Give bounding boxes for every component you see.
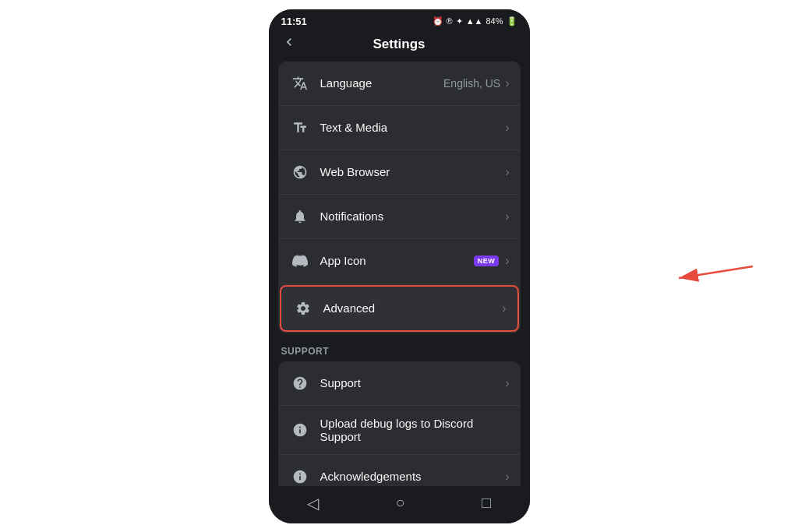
arrow-annotation: [667, 251, 761, 301]
support-section: Support Support › Upload debug logs to D…: [278, 336, 521, 486]
advanced-icon: [292, 298, 314, 319]
web-browser-label: Web Browser: [320, 165, 506, 178]
app-icon-chevron: ›: [505, 254, 509, 268]
web-browser-icon: [289, 161, 311, 183]
acknowledgements-chevron: ›: [505, 470, 509, 484]
menu-item-language[interactable]: Language English, US ›: [278, 62, 521, 106]
text-media-label: Text & Media: [320, 121, 506, 134]
support-label: Support: [320, 376, 506, 389]
language-chevron: ›: [505, 76, 509, 90]
arrow-svg: [667, 251, 761, 298]
main-settings-card: Language English, US › Text & Media ›: [278, 62, 521, 333]
support-section-label: Support: [278, 336, 521, 361]
menu-item-upload-debug[interactable]: Upload debug logs to Discord Support: [278, 406, 521, 455]
phone-screen: 11:51 ⏰ ® ✦ ▲▲ 84% 🔋 Settings: [269, 9, 530, 523]
app-icon-icon: [289, 250, 311, 272]
menu-item-advanced[interactable]: Advanced ›: [280, 285, 519, 332]
menu-item-app-icon[interactable]: App Icon NEW ›: [278, 239, 521, 284]
new-badge: NEW: [474, 255, 500, 266]
language-icon: [289, 72, 311, 94]
web-browser-chevron: ›: [505, 165, 509, 179]
text-media-icon: [289, 117, 311, 139]
language-label: Language: [320, 76, 444, 90]
acknowledgements-label: Acknowledgements: [320, 470, 506, 483]
menu-item-support[interactable]: Support ›: [278, 361, 521, 406]
menu-item-text-media[interactable]: Text & Media ›: [278, 106, 521, 150]
notifications-icon: [289, 206, 311, 227]
upload-debug-icon: [289, 419, 311, 441]
notifications-label: Notifications: [320, 210, 506, 223]
upload-debug-label: Upload debug logs to Discord Support: [320, 417, 510, 443]
status-bar: 11:51 ⏰ ® ✦ ▲▲ 84% 🔋: [269, 9, 530, 30]
menu-item-notifications[interactable]: Notifications ›: [278, 195, 521, 239]
header: Settings: [269, 30, 530, 62]
notifications-chevron: ›: [505, 210, 509, 224]
text-media-chevron: ›: [505, 121, 509, 135]
svg-line-1: [679, 266, 753, 278]
back-button[interactable]: [281, 34, 297, 54]
nav-back-button[interactable]: ◁: [307, 494, 319, 513]
page-title: Settings: [281, 37, 517, 52]
scroll-content: Language English, US › Text & Media ›: [269, 62, 530, 486]
support-chevron: ›: [505, 376, 509, 390]
advanced-label: Advanced: [323, 301, 503, 315]
app-icon-label: App Icon: [320, 254, 474, 267]
status-icons: ⏰ ® ✦ ▲▲ 84% 🔋: [433, 16, 517, 26]
menu-item-acknowledgements[interactable]: Acknowledgements ›: [278, 455, 521, 486]
main-settings-section: Language English, US › Text & Media ›: [278, 62, 521, 333]
support-icon: [289, 372, 311, 394]
support-card: Support › Upload debug logs to Discord S…: [278, 361, 521, 486]
acknowledgements-icon: [289, 466, 311, 486]
nav-recent-button[interactable]: □: [482, 494, 491, 512]
nav-home-button[interactable]: ○: [395, 494, 404, 512]
status-time: 11:51: [281, 16, 307, 27]
language-value: English, US: [443, 77, 500, 90]
advanced-chevron: ›: [502, 301, 506, 315]
menu-item-web-browser[interactable]: Web Browser ›: [278, 150, 521, 195]
nav-bar: ◁ ○ □: [269, 486, 530, 523]
